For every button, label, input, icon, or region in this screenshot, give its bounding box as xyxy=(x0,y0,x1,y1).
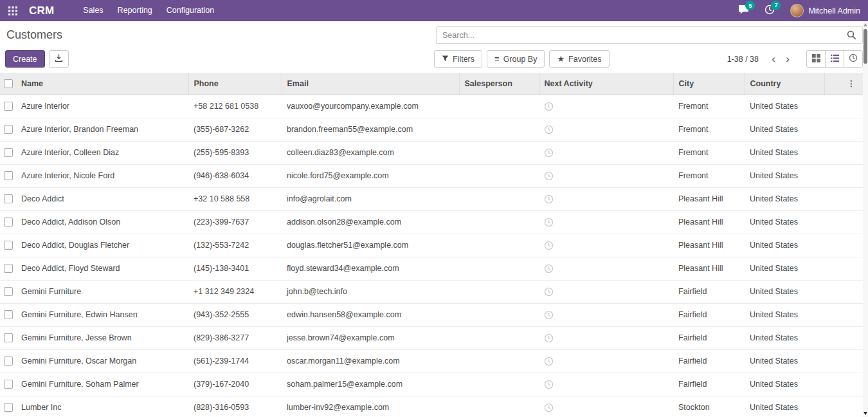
cell-name: Azure Interior xyxy=(16,95,188,118)
table-row[interactable]: Deco Addict, Addison Olson (223)-399-763… xyxy=(0,210,863,234)
column-header-email[interactable]: Email xyxy=(282,73,459,95)
column-options-icon[interactable]: ⋮ xyxy=(824,73,863,95)
table-row[interactable]: Deco Addict, Floyd Steward (145)-138-340… xyxy=(0,257,863,280)
row-select-cell xyxy=(0,326,16,349)
menu-reporting[interactable]: Reporting xyxy=(111,0,159,21)
column-header-city[interactable]: City xyxy=(673,73,745,95)
row-checkbox[interactable] xyxy=(4,310,13,319)
select-all-checkbox[interactable] xyxy=(4,79,13,88)
activity-view-button[interactable] xyxy=(844,50,863,68)
cell-country: United States xyxy=(745,95,824,118)
table-row[interactable]: Azure Interior, Brandon Freeman (355)-68… xyxy=(0,118,863,141)
row-checkbox[interactable] xyxy=(4,357,13,366)
next-activity-clock-icon[interactable] xyxy=(544,357,554,366)
messages-button[interactable]: 5 xyxy=(738,5,749,17)
row-checkbox[interactable] xyxy=(4,194,13,203)
user-menu[interactable]: Mitchell Admin xyxy=(790,4,860,17)
column-header-salesperson[interactable]: Salesperson xyxy=(459,73,539,95)
next-activity-clock-icon[interactable] xyxy=(544,264,554,273)
row-checkbox[interactable] xyxy=(4,287,13,296)
pager-previous-button[interactable]: ‹ xyxy=(766,51,781,67)
table-row[interactable]: Deco Addict, Douglas Fletcher (132)-553-… xyxy=(0,234,863,257)
cell-city: Fairfield xyxy=(673,280,745,303)
column-header-phone[interactable]: Phone xyxy=(188,73,282,95)
cell-phone: (379)-167-2040 xyxy=(188,373,282,396)
scroll-up-icon[interactable] xyxy=(863,23,867,26)
row-checkbox[interactable] xyxy=(4,171,13,180)
cell-email: vauxoo@yourcompany.example.com xyxy=(282,95,459,118)
table-row[interactable]: Gemini Furniture, Edwin Hansen (943)-352… xyxy=(0,303,863,326)
table-row[interactable]: Gemini Furniture +1 312 349 2324 john.b@… xyxy=(0,280,863,303)
row-checkbox[interactable] xyxy=(4,380,13,389)
table-row[interactable]: Azure Interior +58 212 681 0538 vauxoo@y… xyxy=(0,95,863,118)
next-activity-clock-icon[interactable] xyxy=(544,102,554,111)
next-activity-clock-icon[interactable] xyxy=(544,241,554,250)
next-activity-clock-icon[interactable] xyxy=(544,380,554,389)
kanban-view-button[interactable] xyxy=(806,50,826,68)
row-checkbox[interactable] xyxy=(4,102,13,111)
group-by-button[interactable]: ≡ Group By xyxy=(487,50,545,68)
next-activity-clock-icon[interactable] xyxy=(544,171,554,181)
row-checkbox[interactable] xyxy=(4,264,13,273)
favorites-button[interactable]: ★ Favorites xyxy=(549,50,609,68)
cell-phone: (946)-638-6034 xyxy=(188,164,282,187)
scroll-down-icon[interactable] xyxy=(863,412,867,415)
table-row[interactable]: Gemini Furniture, Jesse Brown (829)-386-… xyxy=(0,326,863,349)
create-button[interactable]: Create xyxy=(5,50,45,68)
table-row[interactable]: Deco Addict +32 10 588 558 info@agrolait… xyxy=(0,187,863,210)
row-checkbox[interactable] xyxy=(4,333,13,342)
cell-city: Stockton xyxy=(673,396,745,417)
export-button[interactable] xyxy=(49,50,69,68)
activities-button[interactable]: 7 xyxy=(764,5,775,17)
next-activity-clock-icon[interactable] xyxy=(544,125,554,134)
next-activity-clock-icon[interactable] xyxy=(544,403,554,412)
table-row[interactable]: Azure Interior, Nicole Ford (946)-638-60… xyxy=(0,164,863,187)
column-header-name[interactable]: Name xyxy=(16,73,188,95)
row-checkbox[interactable] xyxy=(4,125,13,134)
row-checkbox[interactable] xyxy=(4,241,13,250)
next-activity-clock-icon[interactable] xyxy=(544,218,554,227)
next-activity-clock-icon[interactable] xyxy=(544,333,554,343)
row-checkbox[interactable] xyxy=(4,218,13,227)
filters-button[interactable]: Filters xyxy=(434,50,482,68)
apps-menu-icon[interactable] xyxy=(5,3,21,19)
list-view-button-active[interactable] xyxy=(825,50,844,68)
menu-configuration[interactable]: Configuration xyxy=(159,0,221,21)
table-row[interactable]: Azure Interior, Colleen Diaz (255)-595-8… xyxy=(0,141,863,164)
cell-country: United States xyxy=(745,234,824,257)
cell-country: United States xyxy=(745,164,824,187)
app-brand[interactable]: CRM xyxy=(29,5,54,17)
next-activity-clock-icon[interactable] xyxy=(544,194,554,204)
row-select-cell xyxy=(0,210,16,234)
column-header-country[interactable]: Country xyxy=(745,73,824,95)
next-activity-clock-icon[interactable] xyxy=(544,148,554,158)
pager-next-button[interactable]: › xyxy=(781,51,795,67)
table-row[interactable]: Gemini Furniture, Oscar Morgan (561)-239… xyxy=(0,349,863,373)
cell-email: soham.palmer15@example.com xyxy=(282,373,459,396)
row-select-cell xyxy=(0,118,16,141)
table-row[interactable]: Gemini Furniture, Soham Palmer (379)-167… xyxy=(0,373,863,396)
cell-phone: +58 212 681 0538 xyxy=(188,95,282,118)
row-checkbox[interactable] xyxy=(4,403,13,412)
vertical-scrollbar[interactable] xyxy=(863,21,868,417)
column-header-next-activity[interactable]: Next Activity xyxy=(539,73,673,95)
page-title: Customers xyxy=(6,28,62,42)
cell-filler xyxy=(824,349,863,373)
search-icon[interactable] xyxy=(841,30,862,40)
next-activity-clock-icon[interactable] xyxy=(544,310,554,320)
search-input[interactable] xyxy=(437,31,841,40)
cell-filler xyxy=(824,187,863,210)
scrollbar-thumb[interactable] xyxy=(863,29,867,64)
row-checkbox[interactable] xyxy=(4,148,13,157)
cell-next-activity xyxy=(539,95,673,118)
menu-sales[interactable]: Sales xyxy=(76,0,110,21)
cell-phone: (828)-316-0593 xyxy=(188,396,282,417)
next-activity-clock-icon[interactable] xyxy=(544,287,554,297)
table-row[interactable]: Lumber Inc (828)-316-0593 lumber-inv92@e… xyxy=(0,396,863,417)
cell-city: Fremont xyxy=(673,118,745,141)
cell-name: Deco Addict xyxy=(16,187,188,210)
cell-filler xyxy=(824,326,863,349)
kanban-icon xyxy=(812,54,820,64)
row-select-cell xyxy=(0,396,16,417)
cell-country: United States xyxy=(745,396,824,417)
